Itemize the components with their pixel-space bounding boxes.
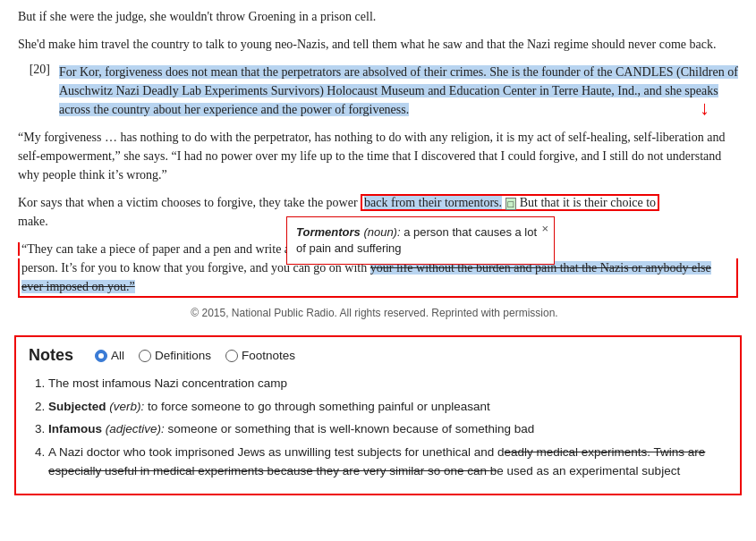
radio-footnotes[interactable]: Footnotes	[225, 349, 295, 362]
red-arrow: ↓	[700, 97, 709, 120]
notes-list: The most infamous Nazi concentration cam…	[29, 374, 727, 481]
radio-definitions[interactable]: Definitions	[139, 349, 211, 362]
note-2-bold: Subjected	[48, 400, 106, 413]
kor-says-paragraph: Kor says that when a victim chooses to f…	[18, 193, 738, 231]
but-that-text: But that it is their choice to	[520, 196, 656, 209]
ref-body: For Kor, forgiveness does not mean that …	[59, 63, 738, 119]
paragraph-1-text: But if she were the judge, she wouldn't …	[18, 10, 376, 23]
note-2-rest: to force someone to go through something…	[148, 400, 490, 413]
quote-paragraph: “My forgiveness … has nothing to do with…	[18, 128, 738, 184]
note-item-3: Infamous (adjective): someone or somethi…	[48, 419, 727, 439]
notes-header: Notes All Definitions Footnotes	[29, 346, 727, 365]
quote-text: “My forgiveness … has nothing to do with…	[18, 131, 725, 182]
radio-all[interactable]: All	[95, 349, 124, 362]
ref-highlighted-text: For Kor, forgiveness does not mean that …	[59, 65, 738, 116]
copyright-text: © 2015, National Public Radio. All right…	[18, 307, 738, 319]
radio-definitions-circle	[139, 350, 151, 362]
notes-title: Notes	[29, 346, 73, 365]
notes-section: Notes All Definitions Footnotes The most…	[14, 335, 742, 495]
numbered-ref-20: [20] For Kor, forgiveness does not mean …	[18, 63, 738, 119]
radio-footnotes-circle	[225, 350, 238, 362]
note-1-text: The most infamous Nazi concentration cam…	[48, 376, 287, 390]
tooltip-close-button[interactable]: ×	[541, 221, 548, 237]
tooltip-popup: × Tormentors (noun): a person that cause…	[286, 216, 555, 265]
note-item-1: The most infamous Nazi concentration cam…	[48, 374, 727, 393]
tooltip-trigger-icon[interactable]: □	[505, 198, 517, 210]
radio-group: All Definitions Footnotes	[95, 349, 295, 362]
note-item-2: Subjected (verb): to force someone to go…	[48, 397, 727, 417]
note-3-rest: someone or something that is well-known …	[168, 422, 535, 435]
radio-definitions-label: Definitions	[155, 349, 211, 362]
make-text: make.	[18, 215, 48, 228]
paragraph-1: But if she were the judge, she wouldn't …	[18, 7, 738, 26]
radio-footnotes-label: Footnotes	[242, 349, 295, 362]
note-2-type: (verb):	[109, 400, 144, 413]
tooltip-type: (noun):	[363, 225, 400, 239]
note-4-end: e used as an experimental subject	[497, 464, 680, 478]
paragraph-2-text: She'd make him travel the country to tal…	[18, 38, 716, 51]
paragraph-2: She'd make him travel the country to tal…	[18, 35, 738, 54]
note-3-type: (adjective):	[106, 422, 165, 435]
note-item-4: A Nazi doctor who took imprisoned Jews a…	[48, 443, 727, 481]
radio-all-label: All	[111, 349, 124, 362]
tooltip-word: Tormentors	[296, 225, 361, 239]
note-4-text: A Nazi doctor who took imprisoned Jews a…	[48, 445, 505, 459]
kor-says-highlighted: back from their tormentors.	[364, 196, 502, 209]
ref-number: [20]	[18, 63, 50, 119]
kor-says-text: Kor says that when a victim chooses to f…	[18, 196, 358, 209]
note-3-bold: Infamous	[48, 422, 102, 435]
radio-all-circle	[95, 350, 107, 362]
